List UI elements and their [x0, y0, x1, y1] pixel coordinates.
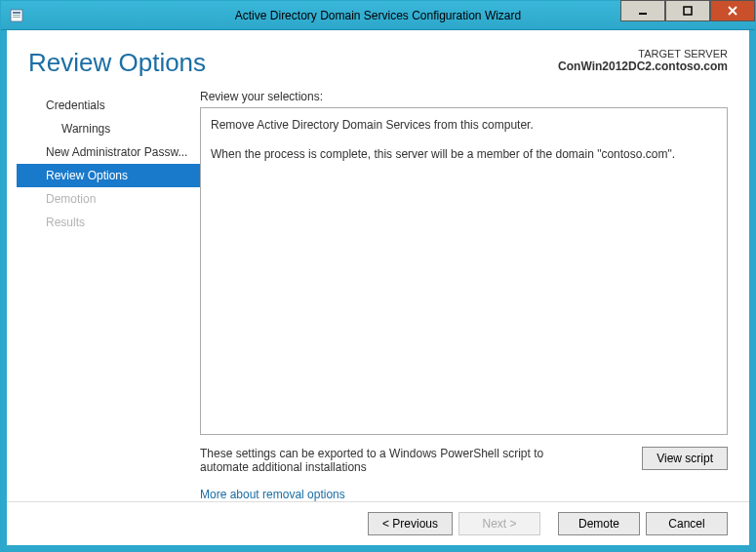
sidebar-item-new-admin-password[interactable]: New Administrator Passw... [17, 140, 200, 164]
sidebar-item-review-options[interactable]: Review Options [17, 164, 200, 187]
sidebar-item-warnings[interactable]: Warnings [17, 117, 200, 140]
target-server-block: TARGET SERVER ConWin2012DC2.contoso.com [558, 48, 728, 73]
titlebar: Active Directory Domain Services Configu… [1, 1, 755, 30]
nav-button-group: < Previous Next > [368, 512, 540, 535]
sidebar-item-demotion: Demotion [17, 187, 200, 211]
minimize-button[interactable] [620, 0, 665, 21]
main-pane: Review your selections: Remove Active Di… [200, 90, 728, 501]
next-button: Next > [458, 512, 540, 535]
app-icon [9, 8, 24, 23]
header-area: Review Options TARGET SERVER ConWin2012D… [7, 30, 749, 90]
content-area: Review Options TARGET SERVER ConWin2012D… [1, 30, 755, 551]
page-title: Review Options [28, 48, 206, 78]
review-selections-box[interactable]: Remove Active Directory Domain Services … [200, 107, 728, 435]
svg-rect-1 [13, 12, 20, 14]
cancel-button[interactable]: Cancel [646, 512, 728, 535]
target-server-label: TARGET SERVER [558, 48, 728, 59]
sidebar-item-results: Results [17, 211, 200, 234]
review-line: When the process is complete, this serve… [211, 145, 717, 163]
close-button[interactable] [710, 0, 755, 21]
view-script-button[interactable]: View script [642, 447, 728, 470]
window-controls [620, 1, 755, 29]
previous-button[interactable]: < Previous [368, 512, 453, 535]
export-description: These settings can be exported to a Wind… [200, 447, 590, 474]
more-about-removal-link[interactable]: More about removal options [200, 488, 728, 501]
sidebar-item-credentials[interactable]: Credentials [17, 94, 200, 117]
wizard-window: Active Directory Domain Services Configu… [0, 0, 756, 552]
review-line: Remove Active Directory Domain Services … [211, 116, 717, 134]
review-selections-label: Review your selections: [200, 90, 728, 103]
svg-rect-5 [684, 7, 692, 15]
footer: < Previous Next > Demote Cancel [7, 501, 749, 545]
target-server-value: ConWin2012DC2.contoso.com [558, 59, 728, 73]
export-row: These settings can be exported to a Wind… [200, 435, 728, 478]
demote-button[interactable]: Demote [558, 512, 640, 535]
svg-rect-2 [13, 15, 20, 16]
maximize-button[interactable] [665, 0, 710, 21]
sidebar: Credentials Warnings New Administrator P… [17, 90, 200, 501]
svg-rect-3 [13, 17, 20, 18]
body-area: Credentials Warnings New Administrator P… [7, 90, 749, 501]
